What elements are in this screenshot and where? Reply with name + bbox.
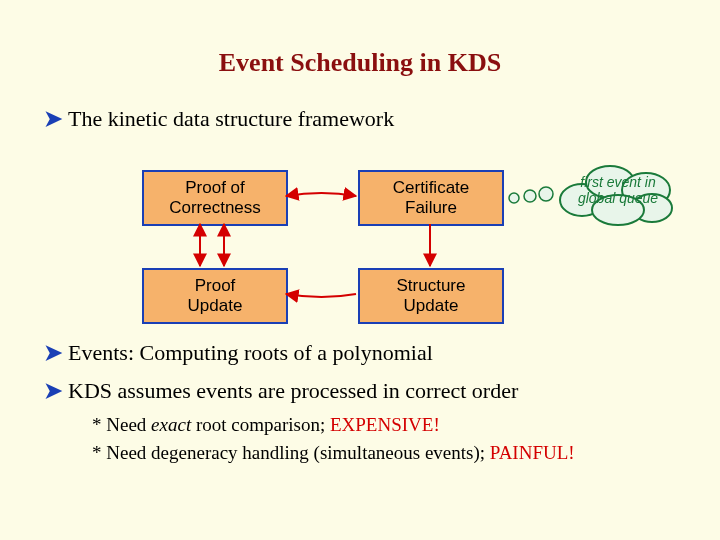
cloud-line: global queue [578, 190, 658, 206]
cloud-line: first event in [580, 174, 655, 190]
bullet-2-text: Events: Computing roots of a polynomial [68, 340, 433, 365]
svg-point-8 [509, 193, 519, 203]
sub1-prefix: * Need [92, 414, 151, 435]
bullet-1: ➤The kinetic data structure framework [44, 106, 394, 132]
svg-point-9 [524, 190, 536, 202]
box-proof-of-correctness: Proof of Correctness [142, 170, 288, 226]
subpoint-2: * Need degeneracy handling (simultaneous… [92, 442, 575, 464]
box-line: Failure [405, 198, 457, 217]
box-line: Proof of [185, 178, 245, 197]
sub1-em: exact [151, 414, 191, 435]
box-proof-update: Proof Update [142, 268, 288, 324]
box-line: Correctness [169, 198, 261, 217]
thought-cloud-text: first event in global queue [552, 174, 684, 206]
box-certificate-failure: Certificate Failure [358, 170, 504, 226]
bullet-arrow-icon: ➤ [44, 378, 62, 403]
box-line: Update [188, 296, 243, 315]
box-line: Structure [397, 276, 466, 295]
sub2-prefix: * Need degeneracy handling (simultaneous… [92, 442, 490, 463]
bullet-arrow-icon: ➤ [44, 106, 62, 131]
sub1-mid: root comparison; [191, 414, 330, 435]
box-line: Proof [195, 276, 236, 295]
box-line: Certificate [393, 178, 470, 197]
bullet-2: ➤Events: Computing roots of a polynomial [44, 340, 433, 366]
bullet-arrow-icon: ➤ [44, 340, 62, 365]
bullet-3: ➤KDS assumes events are processed in cor… [44, 378, 518, 404]
sub2-red: PAINFUL! [490, 442, 575, 463]
subpoint-1: * Need exact root comparison; EXPENSIVE! [92, 414, 440, 436]
slide-title: Event Scheduling in KDS [0, 48, 720, 78]
sub1-red: EXPENSIVE! [330, 414, 440, 435]
box-line: Update [404, 296, 459, 315]
bullet-1-text: The kinetic data structure framework [68, 106, 394, 131]
svg-point-10 [539, 187, 553, 201]
bullet-3-text: KDS assumes events are processed in corr… [68, 378, 518, 403]
box-structure-update: Structure Update [358, 268, 504, 324]
